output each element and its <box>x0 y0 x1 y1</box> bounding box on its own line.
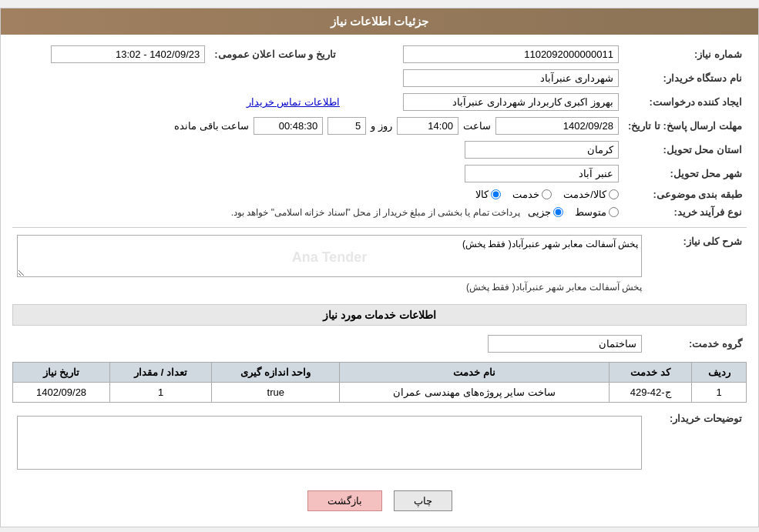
response-days: 5 <box>327 117 366 135</box>
services-table: ردیف کد خدمت نام خدمت واحد اندازه گیری ت… <box>12 362 747 403</box>
row-buyer-notes: توضیحات خریدار: <box>12 409 747 473</box>
buyer-notes-cell <box>12 409 646 473</box>
radio-kala-khedmat-input[interactable] <box>609 189 619 199</box>
col-unit: واحد اندازه گیری <box>212 363 340 383</box>
description-textarea[interactable] <box>17 235 642 277</box>
purchase-radio-group: متوسط جزیی <box>528 206 619 218</box>
buyer-org-cell: شهرداری عنبرآباد <box>12 66 623 90</box>
city-cell: عنبر آباد <box>12 162 623 186</box>
description-watermark-area: Ana Tender <box>17 235 642 279</box>
province-value: کرمان <box>465 141 619 159</box>
radio-moutasat: متوسط <box>575 206 619 218</box>
response-time: 14:00 <box>397 117 458 135</box>
need-number-label: شماره نیاز: <box>623 42 747 66</box>
info-table: شماره نیاز: 1102092000000011 تاریخ و ساع… <box>12 42 747 221</box>
row-service-group: گروه خدمت: ساختمان <box>12 332 747 356</box>
radio-kala-label: کالا <box>475 189 489 200</box>
buyer-org-label: نام دستگاه خریدار: <box>623 66 747 90</box>
page-title: جزئیات اطلاعات نیاز <box>331 15 428 28</box>
buttons-row: چاپ بازگشت <box>12 479 747 519</box>
description-text-display: پخش آسفالت معابر شهر عنبرآباد( فقط پخش) <box>17 279 642 295</box>
description-cell: Ana Tender پخش آسفالت معابر شهر عنبرآباد… <box>12 232 646 298</box>
description-table: شرح کلی نیاز: Ana Tender پخش آسفالت معاب… <box>12 232 747 298</box>
city-value: عنبر آباد <box>465 165 619 182</box>
buyer-notes-label: توضیحات خریدار: <box>646 409 747 473</box>
service-group-value: ساختمان <box>488 335 642 353</box>
row-purchase-type: نوع فرآیند خرید: متوسط جزیی <box>12 203 747 221</box>
radio-khedmat: خدمت <box>512 189 552 200</box>
days-label: روز و <box>371 120 392 132</box>
services-tbody: 1 ج-42-429 ساخت سایر پروژه‌های مهندسی عم… <box>13 383 747 403</box>
radio-khedmat-input[interactable] <box>542 189 552 199</box>
purchase-type-label: نوع فرآیند خرید: <box>623 203 747 221</box>
cell-row-num: 1 <box>692 383 747 403</box>
table-row: 1 ج-42-429 ساخت سایر پروژه‌های مهندسی عم… <box>13 383 747 403</box>
purchase-type-row: متوسط جزیی پرداخت تمام یا بخشی از مبلغ خ… <box>17 206 619 218</box>
purchase-type-cell: متوسط جزیی پرداخت تمام یا بخشی از مبلغ خ… <box>12 203 623 221</box>
back-button[interactable]: بازگشت <box>307 490 382 511</box>
services-header-row: ردیف کد خدمت نام خدمت واحد اندازه گیری ت… <box>13 363 747 383</box>
page-container: جزئیات اطلاعات نیاز شماره نیاز: 11020920… <box>0 8 759 527</box>
province-cell: کرمان <box>12 138 623 162</box>
response-date: 1402/09/28 <box>495 117 619 135</box>
radio-jozee-label: جزیی <box>528 206 551 218</box>
col-service-code: کد خدمت <box>609 363 691 383</box>
col-quantity: تعداد / مقدار <box>110 363 212 383</box>
radio-kala-khedmat-label: کالا/خدمت <box>563 189 606 200</box>
category-label: طبقه بندی موضوعی: <box>623 186 747 203</box>
row-category: طبقه بندی موضوعی: کالا/خدمت خدمت <box>12 186 747 203</box>
radio-kala-input[interactable] <box>491 189 501 199</box>
radio-moutasat-label: متوسط <box>575 206 606 218</box>
row-need-number: شماره نیاز: 1102092000000011 تاریخ و ساع… <box>12 42 747 66</box>
creator-cell: بهروز اکبری کاربردار شهرداری عنبرآباد <box>351 90 623 114</box>
cell-quantity: 1 <box>110 383 212 403</box>
creator-value: بهروز اکبری کاربردار شهرداری عنبرآباد <box>403 93 619 111</box>
print-button[interactable]: چاپ <box>394 490 452 511</box>
services-section-header: اطلاعات خدمات مورد نیاز <box>12 304 747 326</box>
announce-date-value: 1402/09/23 - 13:02 <box>51 45 205 63</box>
radio-kala-khedmat: کالا/خدمت <box>563 189 619 200</box>
col-service-name: نام خدمت <box>340 363 610 383</box>
row-creator: ایجاد کننده درخواست: بهروز اکبری کاربردا… <box>12 90 747 114</box>
category-cell: کالا/خدمت خدمت کالا <box>12 186 623 203</box>
row-province: استان محل تحویل: کرمان <box>12 138 747 162</box>
deadline-cell: 1402/09/28 ساعت 14:00 روز و 5 00:48:30 س… <box>12 114 623 138</box>
cell-date: 1402/09/28 <box>13 383 110 403</box>
time-label: ساعت <box>463 120 491 132</box>
radio-jozee-input[interactable] <box>553 207 563 217</box>
description-label: شرح کلی نیاز: <box>646 232 747 298</box>
need-number-cell: 1102092000000011 <box>351 42 623 66</box>
col-row-num: ردیف <box>692 363 747 383</box>
cell-unit: true <box>212 383 340 403</box>
col-date: تاریخ نیاز <box>13 363 110 383</box>
radio-jozee: جزیی <box>528 206 563 218</box>
creator-label: ایجاد کننده درخواست: <box>623 90 747 114</box>
separator-1 <box>12 227 747 228</box>
row-city: شهر محل تحویل: عنبر آباد <box>12 162 747 186</box>
contact-link[interactable]: اطلاعات تماس خریدار <box>247 96 340 108</box>
announce-date-label: تاریخ و ساعت اعلان عمومی: <box>210 42 351 66</box>
category-radio-group: کالا/خدمت خدمت کالا <box>17 189 619 200</box>
row-buyer-org: نام دستگاه خریدار: شهرداری عنبرآباد <box>12 66 747 90</box>
service-group-cell: ساختمان <box>12 332 646 356</box>
page-header: جزئیات اطلاعات نیاز <box>1 8 758 35</box>
contact-link-cell: اطلاعات تماس خریدار <box>12 90 351 114</box>
province-label: استان محل تحویل: <box>623 138 747 162</box>
deadline-inline: 1402/09/28 ساعت 14:00 روز و 5 00:48:30 س… <box>17 117 619 135</box>
service-group-table: گروه خدمت: ساختمان <box>12 332 747 356</box>
cell-service-code: ج-42-429 <box>609 383 691 403</box>
remaining-label: ساعت باقی مانده <box>174 120 249 132</box>
radio-moutasat-input[interactable] <box>609 207 619 217</box>
deadline-label: مهلت ارسال پاسخ: تا تاریخ: <box>623 114 747 138</box>
main-content: شماره نیاز: 1102092000000011 تاریخ و ساع… <box>1 35 758 527</box>
announce-date-cell: 1402/09/23 - 13:02 <box>12 42 210 66</box>
remaining-time: 00:48:30 <box>254 117 323 135</box>
cell-service-name: ساخت سایر پروژه‌های مهندسی عمران <box>340 383 610 403</box>
service-group-label: گروه خدمت: <box>646 332 747 356</box>
purchase-note: پرداخت تمام یا بخشی از مبلغ خریدار از مح… <box>231 207 520 218</box>
radio-kala: کالا <box>475 189 501 200</box>
radio-khedmat-label: خدمت <box>512 189 539 200</box>
row-description: شرح کلی نیاز: Ana Tender پخش آسفالت معاب… <box>12 232 747 298</box>
city-label: شهر محل تحویل: <box>623 162 747 186</box>
services-thead: ردیف کد خدمت نام خدمت واحد اندازه گیری ت… <box>13 363 747 383</box>
